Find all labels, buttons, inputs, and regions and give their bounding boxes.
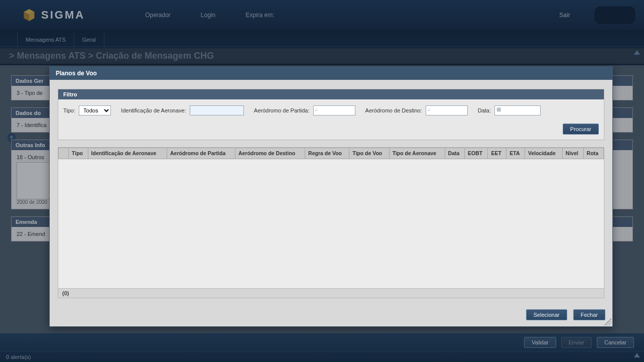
table-empty-area (58, 159, 604, 288)
fechar-button[interactable]: Fechar (573, 309, 605, 320)
col-ident-aeronave[interactable]: Identificação de Aeronave (88, 148, 167, 159)
tipo-select[interactable]: Todos (79, 105, 111, 115)
ident-aeronave-input[interactable] (190, 105, 244, 115)
col-data[interactable]: Data (445, 148, 464, 159)
ident-label: Identificação de Aeronave: (121, 107, 186, 113)
col-tipo-voo[interactable]: Tipo de Voo (349, 148, 390, 159)
destino-label: Aeródromo de Destino: (365, 107, 422, 113)
filter-title: Filtro (58, 89, 604, 99)
resize-handle-icon[interactable] (604, 318, 611, 325)
data-label: Data: (478, 107, 491, 113)
partida-label: Aeródromo de Partida: (254, 107, 310, 113)
data-input[interactable] (494, 105, 541, 115)
col-tipo-aeronave[interactable]: Tipo de Aeronave (389, 148, 445, 159)
col-tipo[interactable]: Tipo (69, 148, 88, 159)
tipo-label: Tipo: (63, 107, 75, 113)
col-eta[interactable]: ETA (506, 148, 525, 159)
airport-icon: ⌂ (315, 106, 318, 112)
col-rota[interactable]: Rota (583, 148, 603, 159)
filter-box: Filtro Tipo: Todos Identificação de Aero… (58, 89, 604, 140)
col-eet[interactable]: EET (488, 148, 506, 159)
aerodromo-partida-input[interactable] (313, 105, 355, 115)
col-aero-destino[interactable]: Aeródromo de Destino (235, 148, 305, 159)
col-blank[interactable] (59, 148, 69, 159)
col-velocidade[interactable]: Velocidade (525, 148, 562, 159)
calendar-icon: ▦ (496, 106, 501, 112)
col-regra-voo[interactable]: Regra de Voo (305, 148, 349, 159)
col-aero-partida[interactable]: Aeródromo de Partida (167, 148, 235, 159)
aerodromo-destino-input[interactable] (426, 105, 468, 115)
selecionar-button[interactable]: Selecionar (526, 309, 567, 320)
col-eobt[interactable]: EOBT (464, 148, 488, 159)
modal-title: Planos de Voo (50, 67, 612, 80)
row-count: (0) (58, 288, 604, 298)
procurar-button[interactable]: Procurar (563, 124, 599, 135)
modal-planos-de-voo: Planos de Voo Filtro Tipo: Todos Identif… (49, 66, 613, 327)
col-nivel[interactable]: Nível (562, 148, 583, 159)
results-table: Tipo Identificação de Aeronave Aeródromo… (58, 147, 604, 298)
airport-icon: ⌂ (428, 106, 431, 112)
